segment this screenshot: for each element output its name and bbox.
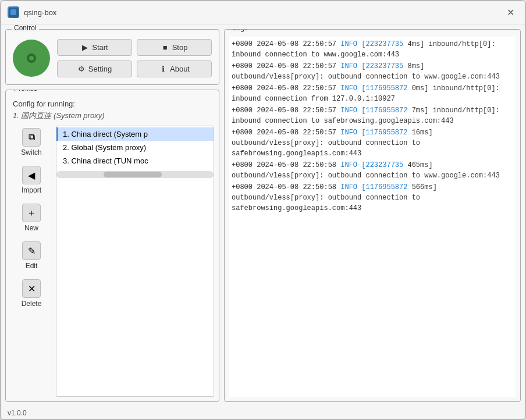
log-entry: +0800 2024-05-08 22:50:57 INFO [11769558… xyxy=(232,105,513,126)
start-icon: ▶ xyxy=(81,44,89,52)
app-logo xyxy=(13,40,50,77)
profiles-label: Profiles xyxy=(12,90,40,92)
delete-icon: ✕ xyxy=(22,279,41,298)
switch-icon: ⧉ xyxy=(22,128,41,147)
svg-point-4 xyxy=(29,56,34,60)
edit-label: Edit xyxy=(26,262,38,270)
btn-row-1: ▶ Start ■ Stop xyxy=(57,39,212,56)
switch-button[interactable]: ⧉ Switch xyxy=(19,126,44,159)
right-panel: Logs +0800 2024-05-08 22:50:57 INFO [223… xyxy=(224,29,521,402)
version-text: v1.0.0 xyxy=(8,409,27,417)
gear-icon: ⚙ xyxy=(77,65,86,73)
control-inner: ▶ Start ■ Stop ⚙ Setting xyxy=(13,39,212,77)
profiles-sidebar: ⧉ Switch ◀ Import ＋ New ✎ xyxy=(10,126,52,397)
log-entry: +0800 2024-05-08 22:50:58 INFO [11769558… xyxy=(232,182,513,213)
config-for-running-label: Config for running: xyxy=(10,99,214,108)
title-bar: qsing-box ✕ xyxy=(1,1,525,24)
horizontal-scrollbar[interactable] xyxy=(56,171,214,178)
import-label: Import xyxy=(22,186,41,194)
main-content: Control ▶ xyxy=(1,24,525,407)
left-panel: Control ▶ xyxy=(5,29,219,402)
profiles-list-container[interactable]: 1. China direct (System p2. Global (Syst… xyxy=(56,126,214,397)
log-entry: +0800 2024-05-08 22:50:58 INFO [22323773… xyxy=(232,160,513,181)
log-entry: +0800 2024-05-08 22:50:57 INFO [22323773… xyxy=(232,39,513,60)
edit-button[interactable]: ✎ Edit xyxy=(20,239,43,272)
profiles-group: Profiles Config for running: 1. 国内直连 (Sy… xyxy=(5,90,219,402)
delete-label: Delete xyxy=(22,300,42,308)
stop-button[interactable]: ■ Stop xyxy=(137,39,212,56)
start-button[interactable]: ▶ Start xyxy=(57,39,132,56)
delete-button[interactable]: ✕ Delete xyxy=(19,277,44,310)
scrollbar-thumb xyxy=(104,172,162,177)
btn-row-2: ⚙ Setting ℹ About xyxy=(57,60,212,77)
stop-icon: ■ xyxy=(161,44,169,52)
switch-label: Switch xyxy=(21,148,41,156)
log-entry: +0800 2024-05-08 22:50:57 INFO [11769558… xyxy=(232,127,513,159)
svg-rect-1 xyxy=(10,9,16,15)
log-entry: +0800 2024-05-08 22:50:57 INFO [22323773… xyxy=(232,61,513,82)
setting-button[interactable]: ⚙ Setting xyxy=(57,60,132,77)
about-button[interactable]: ℹ About xyxy=(137,60,212,77)
close-button[interactable]: ✕ xyxy=(502,4,518,20)
import-icon: ◀ xyxy=(22,166,41,184)
profiles-list: 1. China direct (System p2. Global (Syst… xyxy=(56,126,214,169)
new-button[interactable]: ＋ New xyxy=(20,201,43,234)
list-item[interactable]: 2. Global (System proxy) xyxy=(56,141,214,154)
logs-label: Logs xyxy=(230,29,250,32)
logs-content[interactable]: +0800 2024-05-08 22:50:57 INFO [22323773… xyxy=(229,37,516,397)
control-group: Control ▶ xyxy=(5,29,219,85)
main-window: qsing-box ✕ Control xyxy=(0,0,526,420)
list-item[interactable]: 1. China direct (System p xyxy=(56,127,214,141)
new-icon: ＋ xyxy=(22,204,41,222)
control-buttons: ▶ Start ■ Stop ⚙ Setting xyxy=(57,39,212,77)
control-label: Control xyxy=(12,24,39,32)
log-entry: +0800 2024-05-08 22:50:57 INFO [11769558… xyxy=(232,83,513,104)
app-icon xyxy=(8,6,19,18)
new-label: New xyxy=(24,224,38,232)
info-icon: ℹ xyxy=(159,65,167,73)
list-item[interactable]: 3. China direct (TUN moc xyxy=(56,154,214,168)
logs-group: Logs +0800 2024-05-08 22:50:57 INFO [223… xyxy=(224,29,521,402)
current-profile-label: 1. 国内直连 (System proxy) xyxy=(10,111,214,121)
profiles-main: ⧉ Switch ◀ Import ＋ New ✎ xyxy=(10,126,214,397)
import-button[interactable]: ◀ Import xyxy=(19,163,44,197)
version-bar: v1.0.0 xyxy=(1,407,525,419)
window-title: qsing-box xyxy=(24,8,502,17)
edit-icon: ✎ xyxy=(22,241,41,260)
